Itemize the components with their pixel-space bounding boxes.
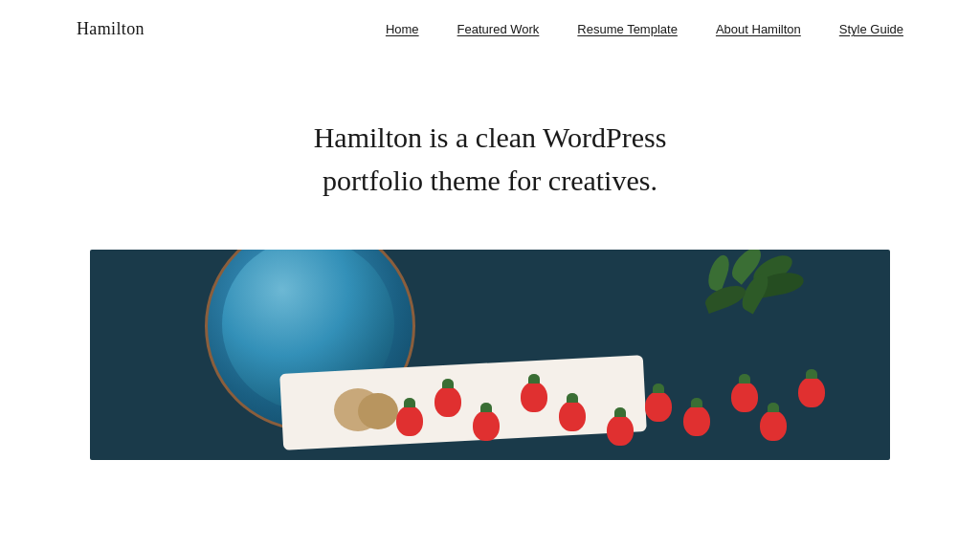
strawberry-5: [559, 401, 586, 431]
strawberry-7: [645, 391, 672, 422]
hero-tagline: Hamilton is a clean WordPress portfolio …: [289, 116, 691, 202]
nav-style-guide[interactable]: Style Guide: [839, 22, 903, 36]
strawberry-4: [521, 382, 547, 412]
hero-section: Hamilton is a clean WordPress portfolio …: [0, 58, 980, 250]
cracker-2: [358, 393, 398, 429]
strawberry-1: [396, 406, 423, 436]
strawberry-11: [798, 377, 825, 407]
site-logo[interactable]: Hamilton: [77, 19, 145, 39]
site-header: Hamilton Home Featured Work Resume Templ…: [0, 0, 980, 58]
strawberry-3: [473, 410, 500, 441]
strawberry-6: [607, 415, 634, 446]
featured-image-container: [90, 250, 890, 460]
strawberry-10: [760, 410, 787, 441]
nav-featured-work[interactable]: Featured Work: [457, 22, 540, 36]
main-nav: Home Featured Work Resume Template About…: [386, 22, 903, 36]
nav-about-hamilton[interactable]: About Hamilton: [716, 22, 801, 36]
main-content: Hamilton is a clean WordPress portfolio …: [0, 58, 980, 460]
featured-image-artwork: [90, 250, 890, 460]
nav-home[interactable]: Home: [386, 22, 419, 36]
strawberry-8: [683, 406, 710, 436]
nav-resume-template[interactable]: Resume Template: [577, 22, 678, 36]
strawberry-9: [731, 382, 758, 412]
strawberry-2: [434, 386, 461, 417]
